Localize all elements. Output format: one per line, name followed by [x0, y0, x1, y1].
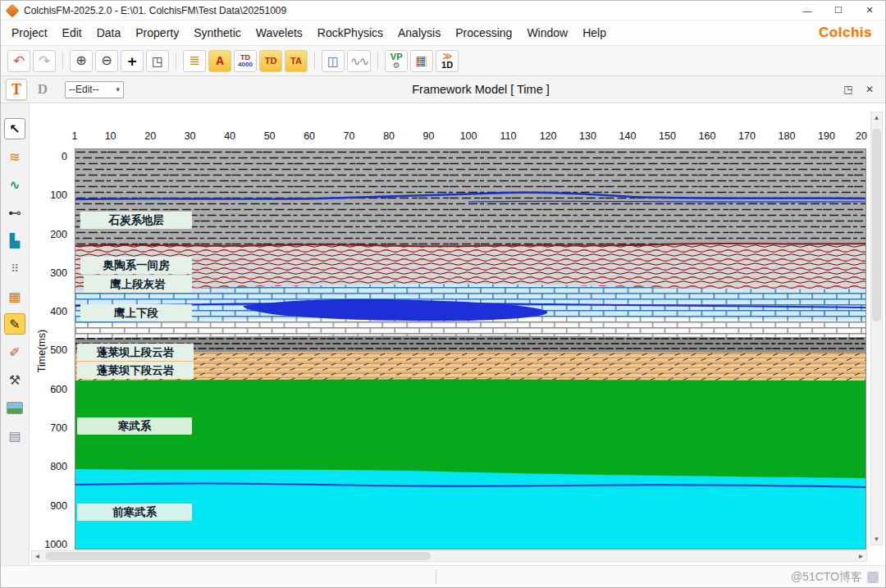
grid-points-button[interactable]: ⠿ — [4, 258, 25, 279]
wiggle-display-button[interactable]: ∿∿ — [347, 50, 371, 72]
app-window: ColchisFM-2025.2.0 - E:\01. ColchisFM\Te… — [0, 0, 886, 588]
menu-data[interactable]: Data — [89, 21, 129, 45]
photo-icon — [7, 402, 23, 414]
edit-colors-button[interactable]: ✐ — [4, 341, 25, 362]
horizon-pick-button[interactable]: ⊷ — [4, 202, 25, 223]
menu-synthetic[interactable]: Synthetic — [186, 21, 249, 45]
minimize-button[interactable]: — — [792, 1, 823, 20]
menu-processing[interactable]: Processing — [448, 21, 519, 45]
image-view-button[interactable] — [4, 397, 25, 418]
geo-label-precambrian: 前寒武系 — [77, 504, 192, 521]
y-tick: 300 — [50, 267, 67, 279]
crosshair-button[interactable]: + — [121, 50, 144, 72]
menu-window[interactable]: Window — [519, 21, 575, 45]
x-tick: 90 — [423, 130, 435, 142]
x-tick: 60 — [304, 130, 315, 142]
left-toolbar: ↖ ≋ ∿ ⊷ ▙ ⠿ ▦ ✎ ✐ ⚒ ▤ — [1, 103, 30, 565]
y-tick: 200 — [50, 229, 67, 240]
ta-button[interactable]: TA — [285, 50, 308, 72]
y-tick: 600 — [50, 384, 67, 395]
toolbar-separator — [314, 52, 315, 70]
wavelet-curves-button[interactable]: ∿ — [4, 174, 25, 195]
toolbar-separator — [377, 52, 378, 70]
x-tick: 140 — [619, 130, 637, 142]
wiggle-icon: ∿∿ — [350, 55, 368, 67]
edit-dropdown-value: --Edit-- — [69, 84, 99, 95]
vertical-scroll-thumb[interactable] — [872, 129, 881, 321]
crosshair-icon: + — [127, 53, 136, 69]
area-chart-button[interactable]: ▙ — [4, 230, 25, 251]
scroll-up-icon[interactable]: ▲ — [871, 112, 882, 123]
color-grid-icon: ▦ — [416, 54, 428, 67]
capture-button[interactable]: ◳ — [146, 50, 169, 72]
tools-hammer-button[interactable]: ⚒ — [4, 369, 25, 390]
undo-button[interactable]: ↶ — [7, 50, 30, 72]
zoom-in-icon: ⊕ — [75, 54, 86, 67]
geo-label-yingshang-lower: 鹰上下段 — [80, 304, 192, 321]
geo-label-penglaiba-lower: 蓬莱坝下段云岩 — [77, 362, 194, 379]
x-tick: 100 — [460, 130, 477, 142]
edit-dropdown[interactable]: --Edit-- ▾ — [65, 81, 124, 98]
colchis-brand-logo: Colchis — [819, 25, 872, 41]
x-tick: 110 — [500, 130, 517, 142]
redo-button[interactable]: ↷ — [33, 50, 56, 72]
area-chart-icon: ▙ — [10, 233, 20, 248]
font-scale-icon: A — [216, 55, 224, 66]
menu-property[interactable]: Property — [128, 21, 186, 45]
undock-button[interactable]: ◳ — [838, 80, 859, 98]
td-avg-4000-button[interactable]: TD4000 — [234, 50, 257, 72]
panel-title: Framework Model [ Time ] — [124, 83, 838, 96]
panel-layout-button[interactable]: ◫ — [322, 50, 345, 72]
geologic-cross-section — [75, 149, 865, 549]
panel-close-button[interactable]: ✕ — [859, 80, 880, 98]
menu-analysis[interactable]: Analysis — [390, 21, 448, 45]
y-tick: 1000 — [44, 539, 67, 550]
one-d-flatten-button[interactable]: ≫1D — [436, 50, 459, 72]
y-tick: 400 — [50, 306, 67, 317]
zoom-in-button[interactable]: ⊕ — [70, 50, 93, 72]
close-button[interactable]: ✕ — [854, 1, 885, 20]
data-table-button[interactable]: ▦ — [4, 285, 25, 307]
framework-model-canvas[interactable]: 石炭系地层 奥陶系一间房 鹰上段灰岩 鹰上下段 蓬莱坝上段云岩 蓬莱坝下段云岩 … — [75, 148, 866, 549]
tab-depth[interactable]: D — [32, 79, 53, 100]
x-tick: 180 — [779, 130, 796, 142]
menu-rockphysics[interactable]: RockPhysics — [310, 21, 390, 45]
scroll-right-icon[interactable]: ► — [856, 551, 866, 561]
layers-button[interactable]: ▤ — [4, 425, 25, 446]
geo-label-carboniferous: 石炭系地层 — [80, 212, 192, 229]
menu-edit[interactable]: Edit — [55, 21, 89, 45]
horizontal-scroll-thumb[interactable] — [45, 552, 431, 560]
y-tick: 900 — [50, 500, 67, 512]
vertical-scrollbar[interactable]: ▲ ▼ — [870, 112, 883, 545]
scroll-down-icon[interactable]: ▼ — [871, 534, 882, 545]
geo-label-yingshang-limestone: 鹰上段灰岩 — [84, 276, 192, 293]
vp-tools-button[interactable]: VP⚙ — [385, 50, 408, 72]
maximize-button[interactable]: ☐ — [823, 1, 854, 20]
horizontal-scrollbar[interactable]: ◄ ► — [31, 550, 867, 562]
seismic-waves-button[interactable]: ≋ — [4, 146, 25, 167]
one-d-icon: 1D — [441, 61, 453, 70]
tab-time[interactable]: T — [6, 79, 27, 100]
menu-project[interactable]: Project — [4, 21, 55, 45]
x-axis: 1 10 20 30 40 50 60 70 80 90 100 110 120… — [75, 130, 866, 145]
x-tick: 150 — [659, 130, 676, 142]
edit-pencil-button[interactable]: ✎ — [4, 313, 25, 335]
select-cursor-button[interactable]: ↖ — [4, 118, 25, 139]
menu-help[interactable]: Help — [575, 21, 614, 45]
td-icon: TD — [265, 57, 277, 66]
x-tick: 160 — [699, 130, 716, 142]
td-button[interactable]: TD — [259, 50, 282, 72]
font-scale-button[interactable]: A — [208, 50, 231, 72]
menubar: Project Edit Data Property Synthetic Wav… — [1, 21, 885, 46]
ta-icon: TA — [290, 57, 302, 66]
zoom-out-button[interactable]: ⊖ — [95, 50, 118, 72]
y-tick: 500 — [50, 344, 67, 356]
waves-icon: ≋ — [9, 149, 20, 165]
track-order-button[interactable]: ≣ — [183, 50, 206, 72]
toolbar-separator — [62, 52, 63, 70]
menu-wavelets[interactable]: Wavelets — [249, 21, 310, 45]
pencil-icon: ✎ — [9, 317, 20, 332]
color-grid-button[interactable]: ▦ — [410, 50, 433, 72]
scroll-left-icon[interactable]: ◄ — [32, 551, 43, 561]
y-tick: 700 — [50, 422, 67, 434]
